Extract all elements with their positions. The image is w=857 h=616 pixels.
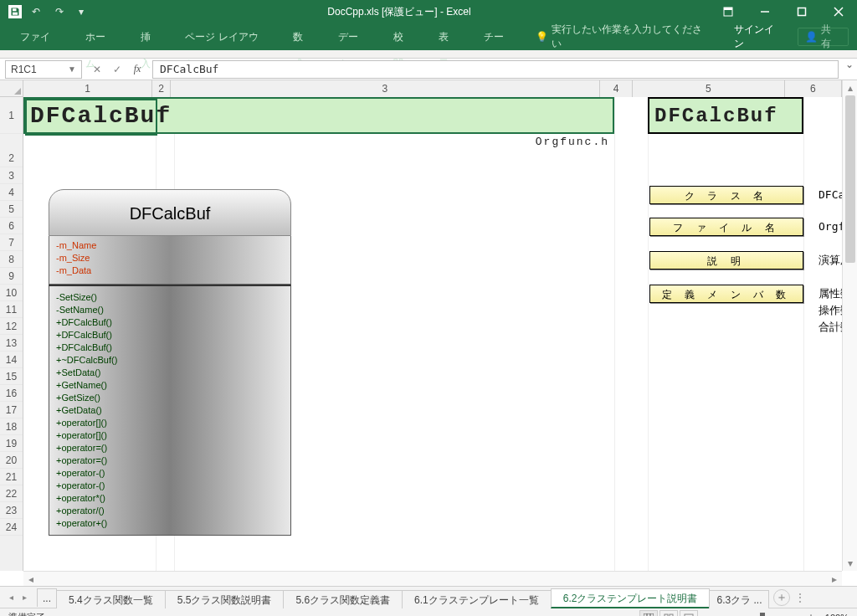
row-header[interactable]: 5	[0, 201, 23, 218]
value-classname[interactable]: DFCalc	[812, 186, 842, 203]
cell-orgfunc[interactable]: Orgfunc.h	[156, 134, 614, 151]
col-header[interactable]: 6	[785, 80, 842, 97]
scroll-left-icon[interactable]: ◂	[23, 573, 38, 585]
zoom-out-button[interactable]: −	[708, 611, 720, 617]
enter-icon[interactable]: ✓	[109, 61, 126, 78]
row-header[interactable]: 1	[0, 97, 23, 134]
row-header[interactable]: 14	[0, 352, 23, 368]
value-op-cnt[interactable]: 操作数	[812, 301, 842, 318]
row-header[interactable]: 18	[0, 418, 23, 435]
select-all-button[interactable]	[0, 80, 23, 97]
tab-home[interactable]: ホーム	[74, 23, 127, 50]
row-header[interactable]: 21	[0, 469, 23, 485]
col-header[interactable]: 3	[171, 80, 600, 97]
view-page-break-icon[interactable]	[680, 610, 698, 617]
zoom-in-button[interactable]: ＋	[805, 610, 817, 617]
tab-overflow-left[interactable]: ...	[37, 588, 57, 607]
col-header[interactable]: 5	[633, 80, 785, 97]
fx-icon[interactable]: fx	[129, 61, 146, 78]
label-classname[interactable]: ク ラ ス 名	[649, 186, 803, 204]
signin-link[interactable]: サインイン	[722, 23, 796, 51]
value-filename[interactable]: Orgfur	[812, 218, 842, 234]
view-page-layout-icon[interactable]	[659, 610, 678, 617]
cell-class-title-right[interactable]: DFCalcBuf	[648, 97, 803, 134]
sheet-tab[interactable]: 5.6クラス関数定義書	[283, 590, 403, 608]
vertical-scrollbar[interactable]: ▴ ▾	[842, 80, 857, 571]
uml-op: +operator[]()	[56, 429, 284, 442]
qat-customize-icon[interactable]: ▾	[74, 6, 89, 18]
col-header[interactable]: 4	[600, 80, 633, 97]
label-desc[interactable]: 説 明	[649, 251, 803, 270]
row-header[interactable]: 20	[0, 452, 23, 469]
zoom-percent[interactable]: 100%	[825, 613, 849, 617]
label-filename[interactable]: フ ァ イ ル 名	[649, 218, 803, 236]
row-header[interactable]: 3	[0, 167, 23, 184]
scroll-up-icon[interactable]: ▴	[843, 80, 857, 95]
horizontal-scrollbar[interactable]: ◂ ▸	[23, 571, 842, 586]
row-header[interactable]: 16	[0, 385, 23, 402]
tab-team[interactable]: チーム	[472, 23, 526, 50]
sheet-tab-active[interactable]: 6.2クラステンプレート説明書	[551, 588, 711, 608]
row-header[interactable]: 19	[0, 435, 23, 452]
row-header[interactable]: 9	[0, 268, 23, 285]
sheet-tab[interactable]: 5.5クラス関数説明書	[165, 590, 285, 608]
maximize-button[interactable]	[783, 0, 820, 23]
col-header[interactable]: 2	[152, 80, 171, 97]
cell-class-title[interactable]: DFCalcBuf	[23, 97, 614, 134]
add-sheet-button[interactable]: ＋	[773, 589, 790, 606]
tab-view[interactable]: 表示	[427, 23, 470, 50]
tab-more-icon[interactable]: ⋮	[795, 592, 806, 603]
sheet-tab[interactable]: 5.4クラス関数一覧	[56, 590, 166, 608]
row-header[interactable]: 6	[0, 218, 23, 234]
svg-rect-0	[13, 8, 17, 11]
tab-next-icon[interactable]: ▸	[18, 591, 30, 604]
row-header[interactable]: 15	[0, 368, 23, 385]
tab-data[interactable]: データ	[326, 23, 380, 50]
row-header[interactable]: 13	[0, 335, 23, 352]
close-button[interactable]	[820, 0, 857, 23]
value-total-cnt[interactable]: 合計数	[812, 318, 842, 335]
row-header[interactable]: 8	[0, 251, 23, 268]
cells-area[interactable]: DFCalcBuf DFCalcBuf Orgfunc.h ク ラ ス 名 DF…	[23, 97, 842, 571]
col-header[interactable]: 1	[23, 80, 152, 97]
cancel-icon[interactable]: ✕	[89, 61, 105, 78]
tab-insert[interactable]: 挿入	[129, 23, 172, 50]
tab-file[interactable]: ファイル	[8, 23, 72, 50]
scroll-down-icon[interactable]: ▾	[843, 556, 857, 571]
row-header[interactable]: 12	[0, 318, 23, 335]
sheet-tab-overflow[interactable]: 6.3クラ ...	[709, 590, 769, 608]
scroll-thumb[interactable]	[845, 95, 855, 263]
tab-formulas[interactable]: 数式	[281, 23, 325, 50]
sheet-tab[interactable]: 6.1クラステンプレート一覧	[402, 590, 552, 608]
zoom-thumb[interactable]	[760, 613, 765, 617]
row-header[interactable]: 7	[0, 234, 23, 251]
view-normal-icon[interactable]	[639, 610, 658, 617]
row-header[interactable]: 17	[0, 402, 23, 418]
redo-button[interactable]: ↷	[50, 6, 69, 18]
value-desc[interactable]: 演算用	[812, 251, 842, 268]
chevron-down-icon[interactable]: ▼	[68, 64, 76, 74]
save-icon[interactable]	[8, 5, 22, 18]
tab-page-layout[interactable]: ページ レイアウト	[173, 23, 280, 50]
name-box[interactable]: R1C1 ▼	[5, 60, 82, 79]
row-header[interactable]: 11	[0, 301, 23, 318]
row-header[interactable]: 2	[0, 134, 23, 167]
row-header[interactable]: 23	[0, 502, 23, 519]
minimize-button[interactable]	[747, 0, 783, 23]
value-attr-cnt[interactable]: 属性数	[812, 285, 842, 301]
row-header[interactable]: 22	[0, 485, 23, 502]
tab-prev-icon[interactable]: ◂	[5, 591, 17, 604]
scroll-right-icon[interactable]: ▸	[827, 573, 842, 585]
uml-class-shape[interactable]: DFCalcBuf -m_Name -m_Size -m_Data -SetSi…	[49, 189, 291, 536]
row-header[interactable]: 10	[0, 285, 23, 301]
formula-bar[interactable]: DFCalcBuf	[152, 60, 839, 79]
share-button[interactable]: 👤 共有	[798, 28, 849, 46]
row-header[interactable]: 4	[0, 184, 23, 201]
formula-expand-icon[interactable]: ⌄	[845, 59, 854, 70]
tab-review[interactable]: 校閲	[382, 23, 425, 50]
tell-me-input[interactable]: 💡 実行したい作業を入力してください	[527, 23, 720, 51]
label-members[interactable]: 定 義 メ ン バ 数	[649, 285, 803, 303]
undo-button[interactable]: ↶	[27, 6, 45, 18]
ribbon-display-icon[interactable]	[710, 0, 747, 23]
row-header[interactable]: 24	[0, 519, 23, 536]
